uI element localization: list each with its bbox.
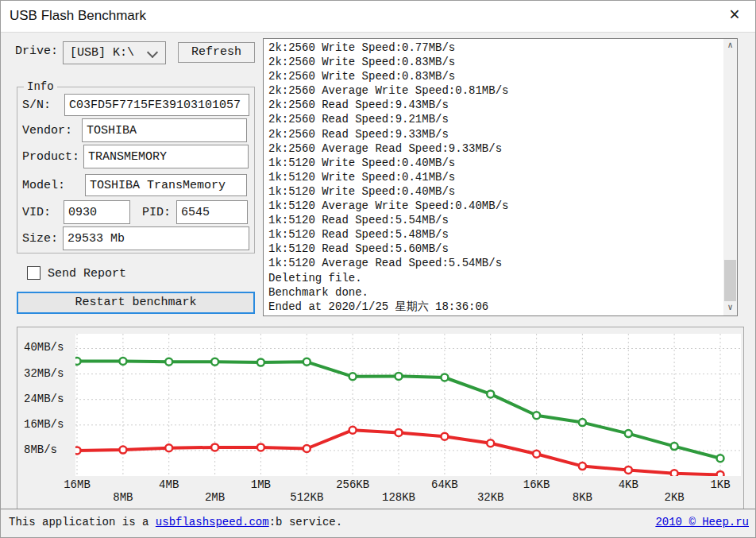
x-axis-tick-label: 8KB: [573, 491, 592, 504]
drive-select-value: [USB] K:\: [70, 46, 134, 60]
y-axis-tick-label: 32MB/s: [24, 367, 64, 380]
x-axis-tick-label: 128KB: [382, 491, 415, 504]
status-bar: This application is a usbflashspeed.com:…: [1, 509, 755, 537]
size-label: Size:: [22, 232, 58, 246]
product-label: Product:: [22, 150, 79, 164]
chevron-down-icon: [147, 47, 158, 58]
speed-chart-panel: 40MB/s32MB/s24MB/s16MB/s8MB/s16MB8MB4MB2…: [17, 327, 744, 509]
vid-label: VID:: [22, 206, 51, 219]
vendor-label: Vendor:: [22, 124, 72, 137]
model-label: Model:: [22, 179, 65, 192]
info-groupbox: Info S/N: Vendor: Product: Model: VID: P…: [17, 87, 255, 254]
y-axis-tick-label: 8MB/s: [24, 443, 57, 456]
vendor-field[interactable]: [82, 118, 247, 142]
footer-text-prefix: This application is a: [9, 516, 156, 528]
send-report-checkbox[interactable]: [27, 266, 40, 280]
log-text: 2k:2560 Write Speed:0.77MB/s 2k:2560 Wri…: [268, 41, 508, 314]
model-field[interactable]: [85, 174, 247, 196]
sn-field[interactable]: [64, 94, 249, 116]
log-scrollbar[interactable]: ∧ ∨: [723, 39, 737, 315]
window-title: USB Flash Benchmark: [10, 8, 146, 24]
x-axis-tick-label: 256KB: [336, 478, 369, 491]
x-axis-tick-label: 64KB: [431, 478, 458, 491]
size-field[interactable]: [63, 226, 249, 250]
y-axis-tick-label: 24MB/s: [24, 393, 64, 405]
drive-label: Drive:: [15, 45, 58, 58]
x-axis-tick-label: 512KB: [290, 491, 323, 504]
x-axis-tick-label: 8MB: [113, 491, 133, 504]
info-groupbox-legend: Info: [24, 80, 57, 93]
vid-field[interactable]: [64, 200, 130, 224]
y-axis-tick-label: 40MB/s: [24, 341, 64, 354]
x-axis-tick-label: 16KB: [523, 478, 550, 491]
footer-text: This application is a usbflashspeed.com:…: [9, 516, 342, 528]
y-axis-tick-label: 16MB/s: [24, 418, 64, 431]
x-axis-tick-label: 1MB: [251, 478, 271, 491]
sn-label: S/N:: [22, 99, 51, 112]
usb-flash-benchmark-window: USB Flash Benchmark × Drive: [USB] K:\ R…: [0, 0, 756, 538]
restart-benchmark-button[interactable]: Restart benchmark: [17, 292, 255, 314]
x-axis-tick-label: 4MB: [159, 478, 179, 491]
scroll-down-icon[interactable]: ∨: [723, 302, 737, 315]
x-axis-tick-label: 1KB: [710, 478, 730, 491]
send-report-label: Send Report: [48, 267, 126, 281]
x-axis-tick-label: 32KB: [477, 491, 504, 504]
pid-field[interactable]: [176, 200, 248, 224]
scroll-up-icon[interactable]: ∧: [723, 40, 737, 52]
x-axis-tick-label: 16MB: [64, 478, 91, 491]
scrollbar-thumb[interactable]: [724, 260, 736, 301]
x-axis-tick-label: 2MB: [205, 491, 225, 504]
heep-ru-link[interactable]: 2010 © Heep.ru: [655, 516, 749, 528]
title-bar: USB Flash Benchmark ×: [1, 1, 755, 33]
refresh-button[interactable]: Refresh: [178, 42, 255, 63]
product-field[interactable]: [83, 145, 249, 168]
drive-select[interactable]: [USB] K:\: [63, 41, 166, 64]
chart-svg: [75, 334, 741, 476]
footer-text-suffix: :b service.: [269, 516, 342, 528]
chart-plot-area: [75, 334, 741, 476]
usbflashspeed-link[interactable]: usbflashspeed.com: [156, 516, 269, 528]
pid-label: PID:: [142, 206, 171, 219]
close-icon[interactable]: ×: [724, 4, 745, 28]
x-axis-tick-label: 2KB: [665, 491, 685, 504]
x-axis-tick-label: 4KB: [619, 478, 638, 491]
benchmark-log[interactable]: 2k:2560 Write Speed:0.77MB/s 2k:2560 Wri…: [263, 38, 738, 316]
